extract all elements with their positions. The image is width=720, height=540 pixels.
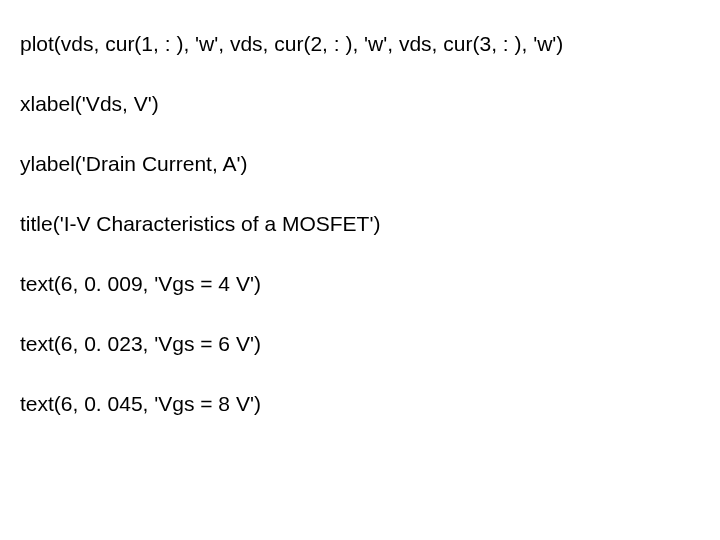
code-line-plot: plot(vds, cur(1, : ), 'w', vds, cur(2, :…: [20, 32, 700, 56]
code-line-xlabel: xlabel('Vds, V'): [20, 92, 700, 116]
code-line-text-3: text(6, 0. 045, 'Vgs = 8 V'): [20, 392, 700, 416]
code-line-text-1: text(6, 0. 009, 'Vgs = 4 V'): [20, 272, 700, 296]
code-line-title: title('I-V Characteristics of a MOSFET'): [20, 212, 700, 236]
code-line-ylabel: ylabel('Drain Current, A'): [20, 152, 700, 176]
code-line-text-2: text(6, 0. 023, 'Vgs = 6 V'): [20, 332, 700, 356]
